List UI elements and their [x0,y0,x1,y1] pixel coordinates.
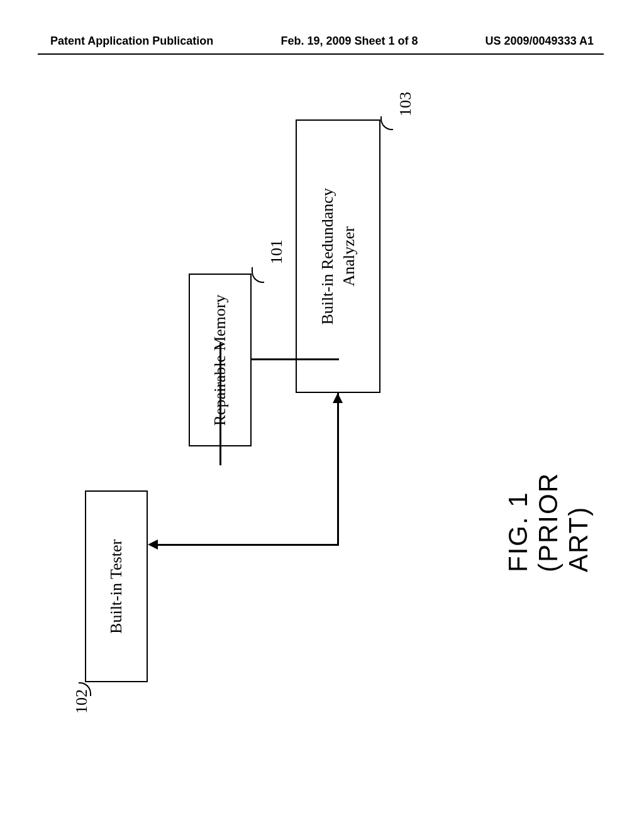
page-header: Patent Application Publication Feb. 19, … [0,35,644,48]
arrow-tester [148,540,158,550]
leader-101 [252,267,264,283]
t-bar [337,393,339,546]
ref-103: 103 [396,92,415,116]
redundancy-analyzer-label: Built-in Redundancy Analyzer [317,188,360,324]
header-left: Patent Application Publication [50,35,213,48]
built-in-tester-box: Built-in Tester [85,490,148,682]
built-in-tester-label: Built-in Tester [106,539,127,633]
to-tester-h [158,544,339,546]
stem [251,358,339,360]
header-right: US 2009/0049333 A1 [486,35,594,48]
leader-102 [79,682,91,696]
header-center: Feb. 19, 2009 Sheet 1 of 8 [280,35,418,48]
arrow-memory-down [219,343,221,465]
ref-101: 101 [267,240,286,264]
diagram-stage: Repairable Memory 101 Built-in Tester 10… [50,94,591,660]
arrow-analyzer [333,393,343,403]
header-rule [38,53,604,55]
leader-103 [380,116,393,130]
figure-label: FIG. 1 (PRIOR ART) [503,472,594,572]
redundancy-analyzer-box: Built-in Redundancy Analyzer [296,119,380,393]
